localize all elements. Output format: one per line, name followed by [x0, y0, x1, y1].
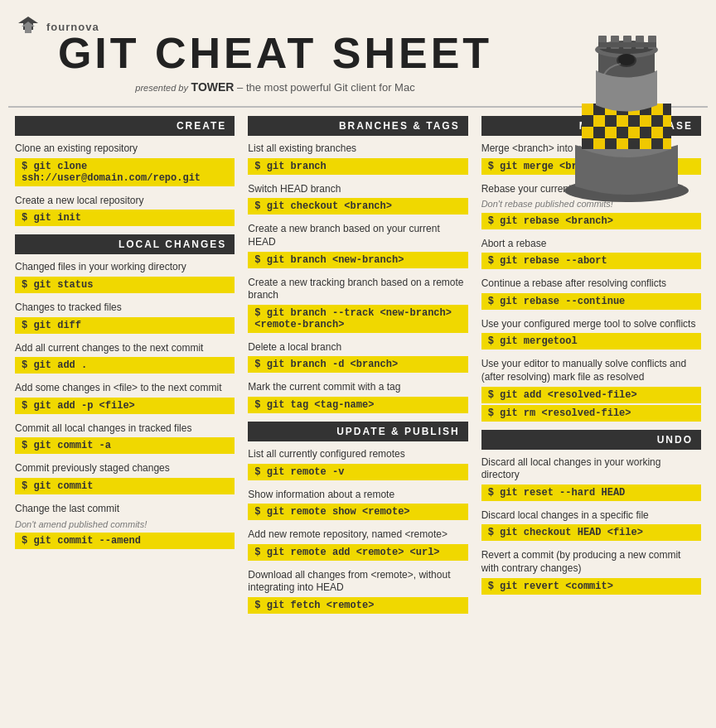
svg-rect-9 — [663, 104, 671, 115]
cmd-remote-add: Add new remote repository, named <remote… — [248, 528, 467, 561]
create-header: CREATE — [15, 116, 235, 136]
svg-rect-19 — [593, 127, 605, 138]
svg-rect-18 — [582, 127, 593, 138]
presented-by-text: presented by — [135, 83, 188, 93]
page-header: fournova GIT CHEAT SHEET presented by TO… — [0, 0, 716, 102]
cmd-checkout-head: Discard local changes in a specific file… — [481, 509, 701, 542]
svg-rect-23 — [640, 127, 651, 138]
fournova-logo-icon — [17, 15, 40, 38]
cmd-diff: Changes to tracked files $ git diff — [15, 301, 235, 334]
subtitle: presented by TOWER – the most powerful G… — [17, 80, 534, 94]
cmd-tag-code: $ git tag <tag-name> — [248, 397, 467, 413]
svg-rect-12 — [605, 115, 617, 127]
cmd-revert-code: $ git revert <commit> — [481, 578, 701, 595]
cmd-reset-hard-desc: Discard all local changes in your workin… — [481, 456, 701, 482]
cmd-delete-branch-code: $ git branch -d <branch> — [248, 356, 467, 373]
cmd-fetch-code: $ git fetch <remote> — [248, 597, 467, 614]
svg-rect-13 — [617, 115, 628, 127]
cmd-init-code: $ git init — [15, 210, 235, 226]
cmd-remote-v-desc: List all currently configured remotes — [248, 448, 467, 461]
cmd-tag-desc: Mark the current commit with a tag — [248, 381, 467, 394]
cmd-tag: Mark the current commit with a tag $ git… — [248, 381, 467, 413]
cmd-rebase-abort: Abort a rebase $ git rebase --abort — [481, 238, 701, 270]
cmd-rebase-continue-code: $ git rebase --continue — [481, 293, 701, 310]
cmd-resolve: Use your editor to manually solve confli… — [481, 358, 701, 421]
update-publish-header: UPDATE & PUBLISH — [248, 422, 467, 441]
cmd-add-all: Add all current changes to the next comm… — [15, 342, 235, 374]
cmd-delete-branch-desc: Delete a local branch — [248, 341, 467, 354]
cmd-track-branch: Create a new tracking branch based on a … — [248, 277, 467, 333]
cmd-commit-a-desc: Commit all local changes in tracked file… — [15, 422, 235, 436]
cmd-diff-desc: Changes to tracked files — [15, 301, 235, 315]
svg-rect-28 — [605, 138, 617, 149]
tower-brand: TOWER — [191, 80, 235, 94]
cmd-remote-add-code: $ git remote add <remote> <url> — [248, 544, 467, 561]
svg-rect-21 — [617, 127, 628, 138]
cmd-clone-code: $ git clone ssh://user@domain.com/repo.g… — [15, 158, 235, 186]
title-area: GIT CHEAT SHEET presented by TOWER – the… — [17, 30, 699, 94]
cmd-commit-amend-warning: Don't amend published commits! — [15, 518, 235, 530]
svg-rect-20 — [605, 127, 617, 138]
cmd-mergetool-desc: Use your configured merge tool to solve … — [481, 318, 701, 331]
cmd-status-desc: Changed files in your working directory — [15, 261, 235, 274]
undo-header: UNDO — [481, 430, 701, 450]
cmd-remote-show: Show information about a remote $ git re… — [248, 489, 467, 521]
cmd-status: Changed files in your working directory … — [15, 261, 235, 293]
cmd-add-p-code: $ git add -p <file> — [15, 398, 235, 414]
svg-rect-2 — [582, 104, 593, 115]
cmd-new-branch-code: $ git branch <new-branch> — [248, 252, 467, 268]
cmd-rebase-code: $ git rebase <branch> — [481, 213, 701, 229]
cmd-commit-desc: Commit previously staged changes — [15, 462, 235, 475]
cmd-reset-hard-code: $ git reset --hard HEAD — [481, 485, 701, 501]
svg-rect-24 — [651, 127, 663, 138]
cmd-new-branch: Create a new branch based on your curren… — [248, 223, 467, 268]
cmd-rebase-continue-desc: Continue a rebase after resolving confli… — [481, 277, 701, 291]
cmd-resolve-code1: $ git add <resolved-file> — [481, 387, 701, 403]
cmd-status-code: $ git status — [15, 277, 235, 293]
cmd-track-branch-desc: Create a new tracking branch based on a … — [248, 277, 467, 302]
cmd-init-desc: Create a new local repository — [15, 195, 235, 208]
svg-rect-29 — [617, 138, 628, 149]
cmd-remote-add-desc: Add new remote repository, named <remote… — [248, 528, 467, 542]
svg-rect-26 — [582, 138, 593, 149]
cmd-mergetool: Use your configured merge tool to solve … — [481, 318, 701, 350]
subtitle-rest: – the most powerful Git client for Mac — [234, 81, 414, 94]
svg-rect-33 — [663, 138, 671, 149]
cmd-branch-list-code: $ git branch — [248, 158, 467, 175]
cmd-checkout-head-code: $ git checkout HEAD <file> — [481, 524, 701, 541]
cmd-revert-desc: Revert a commit (by producing a new comm… — [481, 549, 701, 575]
svg-rect-27 — [593, 138, 605, 149]
cmd-delete-branch: Delete a local branch $ git branch -d <b… — [248, 341, 467, 374]
cmd-rebase-continue: Continue a rebase after resolving confli… — [481, 277, 701, 310]
cmd-clone-desc: Clone an existing repository — [15, 142, 235, 156]
cmd-reset-hard: Discard all local changes in your workin… — [481, 456, 701, 501]
cmd-resolve-code2: $ git rm <resolved-file> — [481, 405, 701, 422]
cmd-commit-amend: Change the last commit Don't amend publi… — [15, 503, 235, 549]
cmd-remote-show-desc: Show information about a remote — [248, 489, 467, 502]
cmd-init: Create a new local repository $ git init — [15, 195, 235, 227]
svg-rect-16 — [651, 115, 663, 127]
cmd-mergetool-code: $ git mergetool — [481, 333, 701, 350]
svg-rect-25 — [663, 127, 671, 138]
svg-rect-22 — [628, 127, 640, 138]
cmd-branch-list: List all existing branches $ git branch — [248, 142, 467, 175]
cmd-track-branch-code: $ git branch --track <new-branch> <remot… — [248, 305, 467, 333]
cmd-commit-a: Commit all local changes in tracked file… — [15, 422, 235, 455]
col-1: CREATE Clone an existing repository $ gi… — [8, 116, 241, 622]
svg-rect-32 — [651, 138, 663, 149]
svg-rect-17 — [663, 115, 671, 127]
cmd-branch-list-desc: List all existing branches — [248, 142, 467, 156]
svg-rect-15 — [640, 115, 651, 127]
svg-rect-14 — [628, 115, 640, 127]
cmd-add-p-desc: Add some changes in <file> to the next c… — [15, 382, 235, 395]
cmd-rebase-abort-desc: Abort a rebase — [481, 238, 701, 251]
branches-tags-header: BRANCHES & TAGS — [248, 116, 467, 136]
cmd-remote-v: List all currently configured remotes $ … — [248, 448, 467, 480]
cmd-fetch: Download all changes from <remote>, with… — [248, 569, 467, 614]
cmd-rebase-abort-code: $ git rebase --abort — [481, 253, 701, 269]
cmd-add-all-code: $ git add . — [15, 357, 235, 374]
cmd-add-all-desc: Add all current changes to the next comm… — [15, 342, 235, 355]
cmd-commit-code: $ git commit — [15, 478, 235, 494]
svg-rect-30 — [628, 138, 640, 149]
cmd-commit-amend-desc: Change the last commit — [15, 503, 235, 516]
